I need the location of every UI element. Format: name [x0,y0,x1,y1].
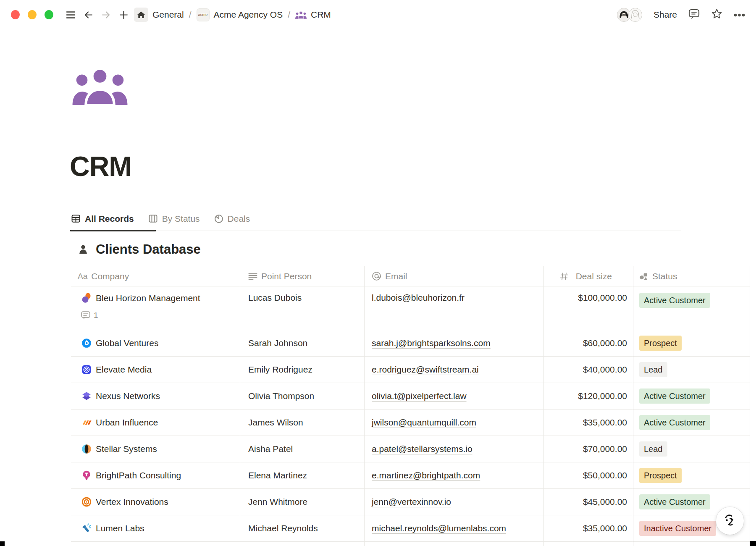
point-person-cell[interactable]: Elena Martinez [240,462,364,488]
company-cell[interactable]: Lumen Labs [71,515,240,541]
share-button[interactable]: Share [654,10,677,20]
breadcrumb-root[interactable]: General [152,10,184,20]
company-cell[interactable]: BrightPath Consulting [71,462,240,488]
home-icon[interactable] [134,8,148,22]
column-header-email[interactable]: Email [364,266,543,286]
column-header-deal-size[interactable]: Deal size [543,266,633,286]
point-person-cell[interactable]: Sarah Johnson [240,330,364,356]
company-link[interactable]: Bleu Horizon Management [96,293,200,303]
table-row[interactable]: Elevate MediaEmily Rodrigueze.rodriguez@… [71,357,750,383]
deal-size-cell[interactable]: $100,000.00 [543,286,633,330]
column-header-point-person[interactable]: Point Person [240,266,364,286]
deal-size-cell[interactable]: $120,000.00 [543,383,633,409]
table-row[interactable]: Lumen LabsMichael Reynoldsmichael.reynol… [71,515,750,542]
email-link[interactable]: a.patel@stellarsystems.io [372,444,472,454]
table-row[interactable]: Bleu Horizon Management1Lucas Duboisl.du… [71,286,750,330]
company-cell[interactable]: Elevate Media [71,357,240,383]
table-row[interactable]: Urban InfluenceJames Wilsonjwilson@quant… [71,410,750,436]
deal-size-cell[interactable]: $70,000.00 [543,436,633,462]
deal-size-cell[interactable]: $40,000.00 [543,357,633,383]
assistant-floating-button[interactable] [716,507,744,535]
column-divider[interactable] [240,266,240,546]
status-cell[interactable]: Active Customer [633,286,750,330]
favorite-star-icon[interactable] [711,8,722,21]
status-cell[interactable]: Active Customer [633,410,750,436]
company-link[interactable]: Lumen Labs [96,523,144,533]
status-badge[interactable]: Active Customer [639,494,710,509]
email-cell[interactable]: michael.reynolds@lumenlabs.com [364,515,543,541]
email-link[interactable]: michael.reynolds@lumenlabs.com [372,523,506,533]
company-cell[interactable]: Nexus Networks [71,383,240,409]
point-person-cell[interactable]: Lucas Dubois [240,286,364,330]
email-link[interactable]: jenn@vertexinnov.io [372,497,451,507]
comments-icon[interactable] [688,9,700,21]
status-badge[interactable]: Prospect [639,336,682,351]
company-link[interactable]: Stellar Systems [96,444,157,454]
column-divider[interactable] [364,266,365,546]
status-cell[interactable]: Active Customer [633,383,750,409]
collaborator-avatars[interactable] [617,8,642,22]
status-badge[interactable]: Lead [639,441,667,457]
company-cell[interactable]: Global Ventures [71,330,240,356]
deal-size-cell[interactable]: $50,000.00 [543,462,633,488]
company-cell[interactable]: Bleu Horizon Management1 [71,286,240,330]
status-badge[interactable]: Lead [639,362,667,377]
company-cell[interactable]: Vertex Innovations [71,489,240,515]
email-link[interactable]: e.martinez@brightpath.com [372,470,480,480]
table-row[interactable]: Global VenturesSarah Johnsonsarah.j@brig… [71,330,750,357]
email-link[interactable]: sarah.j@brightsparksolns.com [372,338,491,348]
email-cell[interactable]: l.dubois@bleuhorizon.fr [364,286,543,330]
status-badge[interactable]: Active Customer [639,415,710,430]
email-cell[interactable]: jenn@vertexinnov.io [364,489,543,515]
deal-size-cell[interactable]: $35,000.00 [543,410,633,436]
tab-all-records[interactable]: All Records [71,207,134,231]
status-badge[interactable]: Active Customer [639,293,710,308]
forward-button[interactable] [99,8,113,22]
page-icon-people-group[interactable] [71,67,129,107]
zoom-window-button[interactable] [45,10,53,19]
minimize-window-button[interactable] [28,10,37,19]
company-link[interactable]: Nexus Networks [96,391,160,401]
point-person-cell[interactable]: Michael Reynolds [240,515,364,541]
more-options-icon[interactable] [734,11,745,18]
sidebar-menu-icon[interactable] [63,8,78,22]
status-badge[interactable]: Active Customer [639,388,710,404]
company-link[interactable]: Elevate Media [96,365,152,375]
deal-size-cell[interactable]: $60,000.00 [543,330,633,356]
email-cell[interactable]: olivia.t@pixelperfect.law [364,383,543,409]
company-link[interactable]: Global Ventures [96,338,158,348]
status-cell[interactable]: Lead [633,357,750,383]
deal-size-cell[interactable]: $45,000.00 [543,489,633,515]
status-cell[interactable]: Lead [633,436,750,462]
column-divider[interactable] [543,266,544,546]
email-link[interactable]: e.rodriguez@swiftstream.ai [372,365,479,375]
status-cell[interactable]: Prospect [633,462,750,488]
breadcrumb-page[interactable]: CRM [311,10,331,20]
company-link[interactable]: Vertex Innovations [96,497,168,507]
email-cell[interactable]: a.patel@stellarsystems.io [364,436,543,462]
column-divider[interactable] [750,266,750,546]
status-badge[interactable]: Prospect [639,468,682,483]
column-header-status[interactable]: Status [633,266,750,286]
email-cell[interactable]: sarah.j@brightsparksolns.com [364,330,543,356]
point-person-cell[interactable]: Olivia Thompson [240,383,364,409]
company-link[interactable]: Urban Influence [96,417,158,428]
table-row[interactable]: Stellar SystemsAisha Patela.patel@stella… [71,436,750,462]
collection-title[interactable]: Clients Database [96,242,201,257]
status-cell[interactable]: Prospect [633,330,750,356]
email-link[interactable]: olivia.t@pixelperfect.law [372,391,467,401]
company-cell[interactable]: Stellar Systems [71,436,240,462]
email-link[interactable]: jwilson@quantumquill.com [372,417,476,428]
point-person-cell[interactable]: Aisha Patel [240,436,364,462]
point-person-cell[interactable]: Emily Rodriguez [240,357,364,383]
company-link[interactable]: BrightPath Consulting [96,470,181,480]
email-link[interactable]: l.dubois@bleuhorizon.fr [372,293,465,303]
close-window-button[interactable] [11,10,20,19]
deal-size-cell[interactable]: $35,000.00 [543,515,633,541]
point-person-cell[interactable]: Jenn Whitmore [240,489,364,515]
status-badge[interactable]: Inactive Customer [639,521,716,536]
point-person-cell[interactable]: James Wilson [240,410,364,436]
column-divider[interactable] [633,266,633,546]
tab-deals[interactable]: Deals [214,207,250,231]
column-header-company[interactable]: Aa Company [71,266,240,286]
